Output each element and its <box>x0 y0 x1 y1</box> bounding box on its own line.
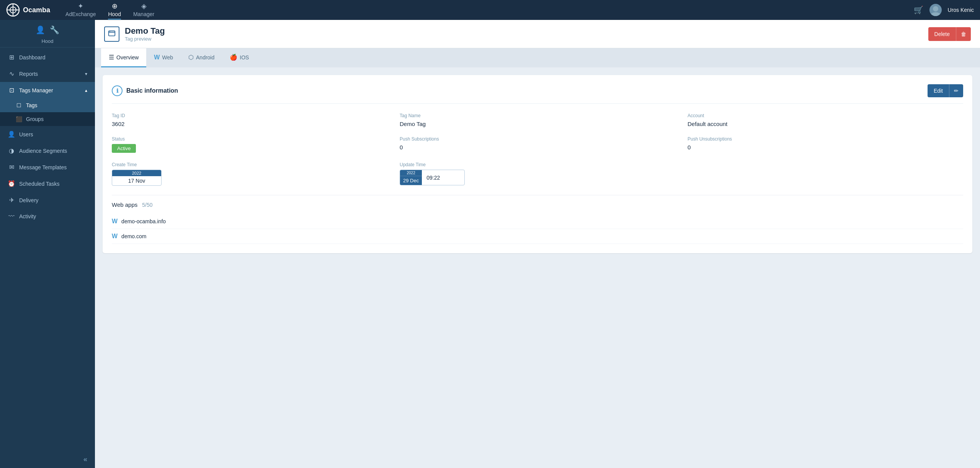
webapp-2-label: demo.com <box>121 233 146 239</box>
app-name: Ocamba <box>23 6 50 14</box>
message-templates-icon: ✉ <box>8 164 15 171</box>
panel-area: ℹ Basic information Edit ✏ Tag ID 3602 <box>95 67 980 468</box>
sidebar-item-reports[interactable]: ∿ Reports ▾ <box>0 65 95 82</box>
cart-icon[interactable]: 🛒 <box>914 5 923 15</box>
update-time-date-part: 2022 29 Dec <box>400 170 422 185</box>
sidebar-subitem-tags[interactable]: ☐ Tags <box>0 98 95 112</box>
tab-overview[interactable]: ☰ Overview <box>101 48 146 67</box>
info-grid: Tag ID 3602 Tag Name Demo Tag Account De… <box>112 113 963 186</box>
account-value: Default account <box>688 121 963 127</box>
top-navigation: Ocamba ✦ AdExchange ⊕ Hood ◈ Manager 🛒 U… <box>0 0 980 20</box>
field-tag-id: Tag ID 3602 <box>112 113 387 127</box>
tag-name-value: Demo Tag <box>400 121 675 127</box>
activity-icon: 〰 <box>8 213 15 220</box>
delete-button[interactable]: Delete 🗑 <box>928 27 971 41</box>
tab-ios[interactable]: 🍎 IOS <box>222 48 256 67</box>
topnav-links: ✦ AdExchange ⊕ Hood ◈ Manager <box>65 0 154 20</box>
sidebar-collapse-button[interactable]: « <box>0 451 95 468</box>
update-time-day: 29 Dec <box>400 176 422 185</box>
topnav-link-hood[interactable]: ⊕ Hood <box>108 0 121 20</box>
sidebar-subitem-label-groups: Groups <box>26 116 44 122</box>
audience-icon: ◑ <box>8 147 15 154</box>
field-push-subscriptions: Push Subscriptions 0 <box>400 136 675 153</box>
webapps-header: Web apps 5/50 <box>112 201 963 208</box>
edit-button-label: Edit <box>928 85 949 97</box>
topnav-link-adexchange[interactable]: ✦ AdExchange <box>65 0 96 20</box>
tab-android-label: Android <box>196 54 214 61</box>
info-icon: ℹ <box>112 85 122 96</box>
webapp-item-1[interactable]: W demo-ocamba.info <box>112 214 963 229</box>
reports-chevron-icon: ▾ <box>85 71 87 77</box>
tags-manager-chevron-icon: ▴ <box>85 88 87 93</box>
tag-id-value: 3602 <box>112 121 387 127</box>
tag-name-label: Tag Name <box>400 113 675 118</box>
webapp-item-2[interactable]: W demo.com <box>112 229 963 244</box>
push-unsubscriptions-value: 0 <box>688 144 963 151</box>
svg-point-4 <box>933 6 938 11</box>
create-time-label: Create Time <box>112 162 387 167</box>
tool-icon[interactable]: 🔧 <box>50 25 59 34</box>
sidebar-subitem-groups[interactable]: ⬛ Groups <box>0 112 95 126</box>
svg-point-8 <box>109 31 110 31</box>
webapp-1-icon: W <box>112 218 118 225</box>
page-subtitle: Tag preview <box>125 36 165 42</box>
hood-icon: ⊕ <box>112 2 118 10</box>
field-tag-name: Tag Name Demo Tag <box>400 113 675 127</box>
content-area: Demo Tag Tag preview Delete 🗑 ☰ Overview… <box>95 20 980 468</box>
tab-web[interactable]: W Web <box>146 48 181 67</box>
scheduled-tasks-icon: ⏰ <box>8 180 15 187</box>
tag-page-icon <box>108 30 116 38</box>
user-avatar[interactable] <box>929 4 942 16</box>
person-icon[interactable]: 👤 <box>36 25 45 34</box>
sidebar-item-users[interactable]: 👤 Users <box>0 126 95 142</box>
sidebar-item-dashboard[interactable]: ⊞ Dashboard <box>0 49 95 65</box>
edit-button-icon: ✏ <box>949 85 963 97</box>
webapp-1-label: demo-ocamba.info <box>121 218 166 224</box>
panel-title: ℹ Basic information <box>112 85 178 96</box>
tab-overview-label: Overview <box>116 54 139 61</box>
manager-icon: ◈ <box>141 2 147 10</box>
sidebar-item-label-scheduled-tasks: Scheduled Tasks <box>19 181 60 187</box>
adexchange-icon: ✦ <box>78 2 83 10</box>
account-label: Account <box>688 113 963 118</box>
sidebar-item-delivery[interactable]: ✈ Delivery <box>0 192 95 208</box>
sidebar-item-message-templates[interactable]: ✉ Message Templates <box>0 159 95 175</box>
sidebar-header: 👤 🔧 <box>0 20 95 38</box>
update-time-time: 09:22 <box>422 170 444 185</box>
app-logo[interactable]: Ocamba <box>6 3 50 17</box>
svg-point-5 <box>931 12 941 16</box>
sidebar-item-scheduled-tasks[interactable]: ⏰ Scheduled Tasks <box>0 175 95 192</box>
delete-button-icon: 🗑 <box>956 28 971 40</box>
page-header: Demo Tag Tag preview Delete 🗑 <box>95 20 980 48</box>
sidebar-item-audience-segments[interactable]: ◑ Audience Segments <box>0 142 95 159</box>
logo-icon <box>6 3 20 17</box>
dashboard-icon: ⊞ <box>8 54 15 61</box>
delivery-icon: ✈ <box>8 196 15 204</box>
create-time-display: 2022 17 Nov <box>112 170 162 186</box>
webapps-count: 5/50 <box>142 202 152 208</box>
field-push-unsubscriptions: Push Unsubscriptions 0 <box>688 136 963 153</box>
edit-button[interactable]: Edit ✏ <box>928 84 963 97</box>
sidebar-item-label-reports: Reports <box>19 71 38 77</box>
panel-header: ℹ Basic information Edit ✏ <box>112 84 963 104</box>
tab-android[interactable]: ⬡ Android <box>181 48 222 67</box>
users-icon: 👤 <box>8 131 15 138</box>
sidebar-item-tags-manager[interactable]: ⊡ Tags Manager ▴ <box>0 82 95 98</box>
reports-icon: ∿ <box>8 70 15 77</box>
sidebar-section-title: Hood <box>0 38 95 47</box>
tags-icon: ☐ <box>15 102 22 108</box>
basic-info-panel: ℹ Basic information Edit ✏ Tag ID 3602 <box>103 75 972 253</box>
page-header-icon <box>104 26 119 42</box>
topnav-link-manager[interactable]: ◈ Manager <box>133 0 154 20</box>
field-update-time: Update Time 2022 29 Dec 09:22 <box>400 162 675 186</box>
sidebar-item-label-users: Users <box>19 131 33 137</box>
tab-web-label: Web <box>162 54 173 61</box>
sidebar-item-activity[interactable]: 〰 Activity <box>0 208 95 224</box>
page-header-text: Demo Tag Tag preview <box>125 26 165 42</box>
tags-manager-icon: ⊡ <box>8 87 15 94</box>
empty-cell <box>688 162 963 186</box>
create-time-year: 2022 <box>112 170 161 176</box>
sidebar-subitem-label-tags: Tags <box>26 102 38 108</box>
webapps-title: Web apps <box>112 201 137 208</box>
svg-rect-6 <box>109 31 115 36</box>
